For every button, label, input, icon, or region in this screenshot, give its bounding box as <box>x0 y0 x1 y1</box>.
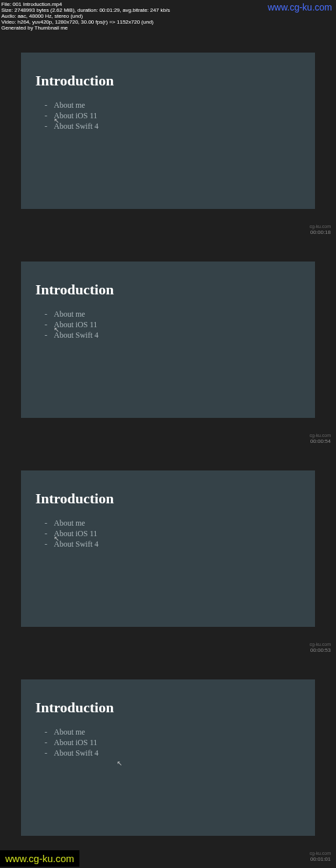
list-item: About me <box>45 518 301 528</box>
list-item: About iOS 11 <box>45 528 301 539</box>
video-thumbnail: Introduction About me About iOS 11 About… <box>21 679 315 836</box>
slide-title: Introduction <box>35 72 301 89</box>
timestamp-label: 00:01:01 <box>310 856 331 862</box>
slide-title: Introduction <box>35 699 301 716</box>
list-item: About iOS 11 <box>45 110 301 121</box>
thumbnail-wrapper: Introduction About me About iOS 11 About… <box>0 470 336 627</box>
slide-bullets: About me About iOS 11 About Swift 4 <box>35 727 301 758</box>
list-item: About me <box>45 727 301 737</box>
meta-video: Video: h264, yuv420p, 1280x720, 30.00 fp… <box>1 19 170 25</box>
small-watermark: cg-ku.com <box>310 433 331 438</box>
list-item: About Swift 4 <box>45 330 301 340</box>
list-item: About me <box>45 309 301 319</box>
small-watermark: cg-ku.com <box>310 642 331 647</box>
video-thumbnail: Introduction About me About iOS 11 About… <box>21 53 315 209</box>
small-watermark: cg-ku.com <box>310 851 331 856</box>
slide-bullets: About me About iOS 11 About Swift 4 <box>35 309 301 340</box>
list-item: About Swift 4 <box>45 539 301 549</box>
slide-title: Introduction <box>35 490 301 507</box>
slide-title: Introduction <box>35 281 301 298</box>
list-item: About me <box>45 100 301 110</box>
video-thumbnail: Introduction About me About iOS 11 About… <box>21 470 315 627</box>
watermark-top: www.cg-ku.com <box>268 2 332 12</box>
slide-bullets: About me About iOS 11 About Swift 4 <box>35 100 301 131</box>
thumbnail-wrapper: Introduction About me About iOS 11 About… <box>0 53 336 209</box>
thumbnail-wrapper: Introduction About me About iOS 11 About… <box>0 262 336 418</box>
thumbnails-grid: Introduction About me About iOS 11 About… <box>0 53 336 868</box>
meta-generator: Generated by Thumbnail me <box>1 25 170 31</box>
meta-audio: Audio: aac, 48000 Hz, stereo (und) <box>1 13 170 19</box>
list-item: About Swift 4 <box>45 748 301 758</box>
slide-bullets: About me About iOS 11 About Swift 4 <box>35 518 301 549</box>
timestamp-label: 00:00:53 <box>310 647 331 653</box>
list-item: About Swift 4 <box>45 121 301 131</box>
thumbnail-wrapper: Introduction About me About iOS 11 About… <box>0 679 336 836</box>
small-watermark: cg-ku.com <box>310 224 331 229</box>
list-item: About iOS 11 <box>45 319 301 330</box>
list-item: About iOS 11 <box>45 737 301 748</box>
bottom-bar: www.cg-ku.com <box>0 848 79 868</box>
cursor-icon: ↖ <box>117 760 122 767</box>
video-thumbnail: Introduction About me About iOS 11 About… <box>21 262 315 418</box>
meta-file: File: 001 Introduction.mp4 <box>1 1 170 7</box>
timestamp-label: 00:00:54 <box>310 438 331 444</box>
file-metadata-header: File: 001 Introduction.mp4 Size: 2748993… <box>1 1 170 31</box>
bottom-watermark: www.cg-ku.com <box>0 850 79 867</box>
timestamp-label: 00:00:18 <box>310 229 331 235</box>
meta-size: Size: 2748993 bytes (2.62 MiB), duration… <box>1 7 170 13</box>
